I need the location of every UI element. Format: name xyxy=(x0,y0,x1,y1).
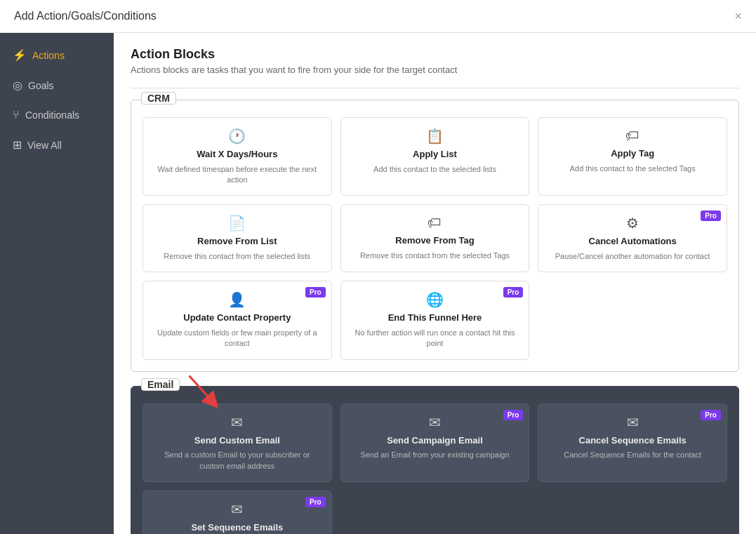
set-sequence-pro-badge: Pro xyxy=(305,497,326,507)
card-apply-tag[interactable]: 🏷 Apply Tag Add this contact to the sele… xyxy=(538,117,727,196)
wait-name: Wait X Days/Hours xyxy=(197,149,277,160)
end-funnel-name: End This Funnel Here xyxy=(388,312,482,323)
apply-list-icon: 📋 xyxy=(426,128,444,145)
card-send-campaign-email[interactable]: Pro ✉ Send Campaign Email Send an Email … xyxy=(340,403,530,482)
end-funnel-pro-badge: Pro xyxy=(503,287,524,298)
modal-header: Add Action/Goals/Conditions × xyxy=(0,0,756,33)
goals-icon: ◎ xyxy=(13,79,22,92)
svg-line-0 xyxy=(190,375,213,402)
send-campaign-pro-badge: Pro xyxy=(503,410,524,420)
update-contact-name: Update Contact Property xyxy=(183,312,291,323)
actions-icon: ⚡ xyxy=(13,48,27,62)
apply-list-desc: Add this contact to the selected lists xyxy=(373,164,496,175)
email-card-grid: ✉ Send Custom Email Send a custom Email … xyxy=(142,403,727,534)
card-remove-from-list[interactable]: 📄 Remove From List Remove this contact f… xyxy=(142,204,332,272)
apply-tag-icon: 🏷 xyxy=(625,128,639,144)
card-update-contact[interactable]: Pro 👤 Update Contact Property Update cus… xyxy=(142,281,332,359)
card-set-sequence[interactable]: Pro ✉ Set Sequence Emails Send Automated… xyxy=(142,490,332,534)
crm-group-label: CRM xyxy=(141,92,176,105)
conditionals-icon: ⑂ xyxy=(13,109,20,121)
remove-tag-desc: Remove this contact from the selected Ta… xyxy=(360,251,510,261)
remove-list-name: Remove From List xyxy=(197,236,277,247)
view-all-icon: ⊞ xyxy=(13,138,22,152)
card-remove-from-tag[interactable]: 🏷 Remove From Tag Remove this contact fr… xyxy=(340,204,530,272)
send-campaign-email-name: Send Campaign Email xyxy=(387,435,483,446)
card-wait[interactable]: 🕐 Wait X Days/Hours Wait defined timespa… xyxy=(142,117,332,196)
sidebar-item-conditionals[interactable]: ⑂ Conditionals xyxy=(0,100,114,130)
sidebar-item-view-all-label: View All xyxy=(27,140,62,151)
card-cancel-automations[interactable]: Pro ⚙ Cancel Automations Pause/Cancel an… xyxy=(538,204,727,272)
wait-desc: Wait defined timespan before execute the… xyxy=(152,164,323,186)
apply-tag-name: Apply Tag xyxy=(611,148,654,159)
sidebar-item-view-all[interactable]: ⊞ View All xyxy=(0,130,114,160)
cancel-sequence-desc: Cancel Sequence Emails for the contact xyxy=(564,450,701,460)
sidebar-item-actions-label: Actions xyxy=(32,50,65,61)
set-sequence-name: Set Sequence Emails xyxy=(191,522,283,533)
remove-list-desc: Remove this contact from the selected li… xyxy=(164,251,310,262)
send-campaign-email-icon: ✉ xyxy=(429,414,441,431)
cancel-automations-pro-badge: Pro xyxy=(701,211,721,221)
set-sequence-icon: ✉ xyxy=(231,501,243,518)
wait-icon: 🕐 xyxy=(228,128,246,145)
apply-list-name: Apply List xyxy=(413,149,457,160)
sidebar: ⚡ Actions ◎ Goals ⑂ Conditionals ⊞ View … xyxy=(0,33,114,534)
modal-title: Add Action/Goals/Conditions xyxy=(14,10,157,22)
end-funnel-icon: 🌐 xyxy=(426,291,444,308)
send-custom-email-desc: Send a custom Email to your subscriber o… xyxy=(152,450,323,472)
section-subtitle: Actions blocks are tasks that you want t… xyxy=(131,65,739,75)
cancel-automations-icon: ⚙ xyxy=(626,215,639,232)
cancel-sequence-pro-badge: Pro xyxy=(701,410,721,420)
end-funnel-desc: No further action will run once a contac… xyxy=(350,328,521,349)
main-content: Action Blocks Actions blocks are tasks t… xyxy=(114,33,756,534)
card-apply-list[interactable]: 📋 Apply List Add this contact to the sel… xyxy=(340,117,530,196)
card-cancel-sequence[interactable]: Pro ✉ Cancel Sequence Emails Cancel Sequ… xyxy=(538,403,727,482)
sidebar-item-conditionals-label: Conditionals xyxy=(25,109,79,121)
section-title: Action Blocks xyxy=(131,47,739,62)
cancel-automations-desc: Pause/Cancel another automation for cont… xyxy=(555,251,710,262)
sidebar-item-goals[interactable]: ◎ Goals xyxy=(0,70,114,100)
update-contact-desc: Update custom fields or few main propert… xyxy=(152,328,323,349)
sidebar-item-goals-label: Goals xyxy=(28,80,54,91)
email-group-label: Email xyxy=(141,378,180,391)
cancel-automations-name: Cancel Automations xyxy=(589,236,677,247)
card-end-funnel[interactable]: Pro 🌐 End This Funnel Here No further ac… xyxy=(340,281,530,359)
cancel-sequence-icon: ✉ xyxy=(627,414,639,431)
divider xyxy=(131,88,739,88)
email-group: Email xyxy=(131,386,739,534)
crm-card-grid: 🕐 Wait X Days/Hours Wait defined timespa… xyxy=(142,117,727,360)
send-custom-email-icon: ✉ xyxy=(231,414,243,431)
update-contact-pro-badge: Pro xyxy=(305,287,326,298)
sidebar-item-actions[interactable]: ⚡ Actions xyxy=(0,40,114,70)
remove-list-icon: 📄 xyxy=(228,215,246,232)
apply-tag-desc: Add this contact to the selected Tags xyxy=(570,163,696,174)
remove-tag-name: Remove From Tag xyxy=(395,235,474,246)
send-custom-email-name: Send Custom Email xyxy=(194,435,280,446)
modal-wrapper: Add Action/Goals/Conditions × ⚡ Actions … xyxy=(0,0,756,534)
crm-group: CRM 🕐 Wait X Days/Hours Wait defined tim… xyxy=(131,100,739,372)
modal-body: ⚡ Actions ◎ Goals ⑂ Conditionals ⊞ View … xyxy=(0,33,756,534)
send-campaign-email-desc: Send an Email from your existing campaig… xyxy=(360,450,509,460)
cancel-sequence-name: Cancel Sequence Emails xyxy=(579,435,687,446)
remove-tag-icon: 🏷 xyxy=(427,215,442,231)
card-send-custom-email[interactable]: ✉ Send Custom Email Send a custom Email … xyxy=(142,403,332,482)
close-button[interactable]: × xyxy=(734,10,742,22)
update-contact-icon: 👤 xyxy=(228,291,246,308)
